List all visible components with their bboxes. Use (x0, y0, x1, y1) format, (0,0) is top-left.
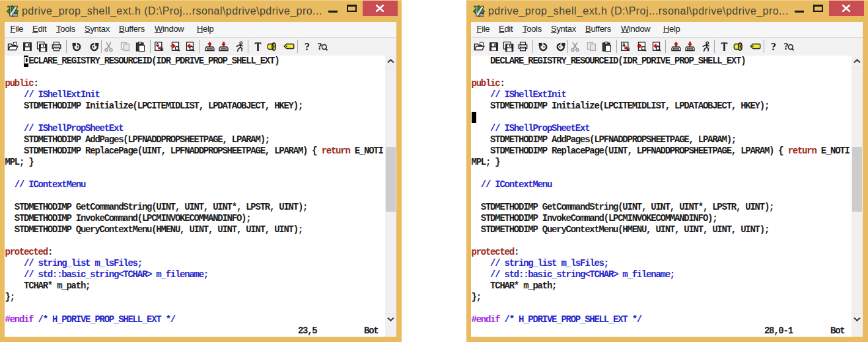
svg-text:B: B (626, 47, 630, 52)
svg-text:B: B (160, 47, 163, 52)
svg-text:?: ? (771, 41, 776, 52)
svg-text:?: ? (305, 41, 310, 52)
svg-text:im: im (13, 13, 18, 17)
svg-text:?: ? (317, 42, 322, 52)
svg-text:?: ? (783, 42, 788, 52)
svg-text:im: im (480, 13, 484, 17)
